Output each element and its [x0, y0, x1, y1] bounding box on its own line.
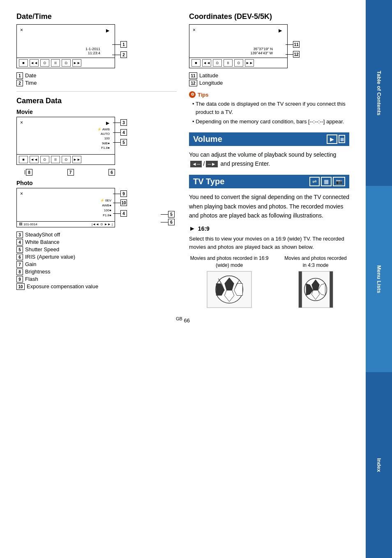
photo-close-x: × [20, 191, 23, 197]
soccer-ball-wide [207, 271, 252, 308]
label-9: 9 [120, 190, 127, 197]
volume-grid-icon: ▦ [339, 135, 345, 143]
label-longitude: 12 Longitude [189, 80, 349, 86]
label-latitude: 11 Latitude [189, 72, 349, 79]
tips-content: • The data code is displayed on the TV s… [189, 100, 349, 126]
photo-subtitle: Photo [16, 180, 177, 186]
volume-title: Volume [193, 134, 222, 144]
label-6b: 6 [168, 219, 175, 225]
label-1: 1 [120, 41, 127, 48]
label-4b: 4 [120, 210, 127, 217]
main-content: Date/Time × ► 1-1-2011 11:23:4 [0, 0, 366, 558]
photo-bottom-bar: 🖼 101-0014 |◄◄ ⊙ ►► | [17, 221, 115, 227]
tips-box: ⚙ Tips • The data code is displayed on t… [189, 91, 349, 126]
volume-play-icon: ▶ [327, 134, 337, 144]
sidebar-toc[interactable]: Table of Contents [366, 0, 392, 186]
label-time: 2 Time [16, 80, 177, 86]
label-brightness: 8 Brightness [16, 269, 177, 275]
label-11: 11 [293, 41, 300, 48]
tip-item-2: • Depending on the memory card condition… [192, 118, 349, 126]
label-shutter: 5 Shutter Speed [16, 246, 177, 253]
ratio-169-desc: Select this to view your movies on a 16:… [189, 235, 349, 251]
tv-type-header: TV Type ⇌ ▦ 📷 [189, 175, 349, 188]
left-column: Date/Time × ► 1-1-2011 11:23:4 [16, 12, 177, 308]
tv-type-icon1: ⇌ [309, 177, 320, 186]
datetime-value: 1-1-2011 11:23:4 [85, 47, 100, 55]
coords-screen-controls: ■ ◄◄ ⊙ II ⊙ ►► [189, 58, 287, 68]
pause-btn: II [51, 59, 60, 67]
ratio-example-43-label: Movies and photos recorded in 4:3 mode [282, 255, 349, 269]
label-12: 12 [293, 51, 300, 58]
ratio-example-169: Movies and photos recorded in 16:9 (wide… [189, 255, 270, 308]
date-time-screen: × ► 1-1-2011 11:23:4 1 [16, 24, 162, 68]
movie-play-arrow: ► [105, 120, 111, 126]
label-4: 4 [120, 129, 127, 136]
svg-rect-9 [299, 271, 302, 308]
ratio-examples: Movies and photos recorded in 16:9 (wide… [189, 255, 349, 308]
rew-btn: ◄◄ [30, 59, 39, 67]
coords-play-arrow: ► [277, 27, 283, 34]
photo-data-overlay: ⚡ 0EV AWB● 100● F1.8● [100, 198, 111, 218]
label-2: 2 [120, 51, 127, 58]
label-steadyshot: 3 SteadyShot off [16, 232, 177, 238]
label-exposure: 10 Exposure compensation value [16, 283, 177, 290]
label-date: 1 Date [16, 72, 177, 79]
camera-labels: 3 SteadyShot off 4 White Balance 5 Shutt… [16, 232, 177, 290]
tv-type-section: TV Type ⇌ ▦ 📷 You need to convert the si… [189, 175, 349, 308]
label-5: 5 [120, 139, 127, 146]
page-number: GB 66 [16, 316, 349, 324]
movie-data-overlay: ⚡ AWB AUTO 100 9dB● F1.8● [97, 127, 110, 150]
volume-section: Volume ▶ ▦ You can adjust the volume of … [189, 132, 349, 169]
movie-close-x: × [20, 120, 23, 125]
label-wb: 4 White Balance [16, 239, 177, 245]
tv-type-icon3: 📷 [333, 177, 345, 186]
coords-values: 35°37'19" N 139°44'43" W [250, 47, 273, 55]
tv-type-body: You need to convert the signal depending… [189, 192, 349, 220]
tips-title: ⚙ Tips [189, 91, 349, 98]
tips-gear-icon: ⚙ [189, 91, 196, 98]
label-flash: 9 Flash [16, 276, 177, 282]
date-time-labels: 1 Date 2 Time [16, 72, 177, 86]
tip-item-1: • The data code is displayed on the TV s… [192, 100, 349, 116]
sidebar-index[interactable]: Index [366, 372, 392, 558]
play-arrow-icon: ► [105, 27, 111, 34]
menu-btn: ⊙ [62, 59, 71, 67]
coordinates-title: Coordinates (DEV-5/5K) [189, 12, 349, 21]
display-btn: ⊙ [40, 59, 49, 67]
camera-data-title: Camera Data [16, 97, 177, 105]
tv-type-title: TV Type [193, 177, 224, 186]
volume-header: Volume ▶ ▦ [189, 132, 349, 146]
label-iris: 6 IRIS (Aperture value) [16, 254, 177, 260]
ff-btn: ►► [72, 59, 81, 67]
svg-rect-10 [330, 271, 333, 308]
close-x-icon: × [20, 27, 23, 33]
ratio-example-169-label: Movies and photos recorded in 16:9 (wide… [189, 255, 270, 269]
vol-up-icon: ─► [206, 161, 217, 167]
ratio-example-43: Movies and photos recorded in 4:3 mode [282, 255, 349, 308]
right-column: Coordinates (DEV-5/5K) × ► 35°37'19" N 1… [189, 12, 349, 308]
sidebar: Table of Contents Menu Lists Index [366, 0, 392, 558]
ratio-169-title: ► 16:9 [189, 225, 349, 232]
date-time-title: Date/Time [16, 12, 177, 21]
tv-type-icons: ⇌ ▦ 📷 [309, 177, 345, 186]
volume-body: You can adjust the volume of playback so… [189, 150, 349, 169]
stop-btn: ■ [19, 59, 28, 67]
label-10: 10 [120, 199, 127, 206]
movie-subtitle: Movie [16, 109, 177, 115]
coords-labels: 11 Latitude 12 Longitude [189, 72, 349, 86]
label-gain: 7 Gain [16, 261, 177, 268]
sidebar-menu[interactable]: Menu Lists [366, 186, 392, 372]
screen-controls: ■ ◄◄ ⊙ II ⊙ ►► [17, 58, 115, 68]
volume-icons: ▶ ▦ [327, 134, 345, 144]
label-3: 3 [120, 119, 127, 126]
soccer-ball-narrow [298, 271, 333, 308]
label-5b: 5 [168, 211, 175, 218]
vol-down-icon: ◄─ [190, 161, 202, 167]
bottom-labels-876: 8 7 6 [16, 169, 115, 176]
tv-type-icon2: ▦ [321, 177, 332, 186]
movie-screen-controls: ■ ◄◄ ⊙ II ⊙ ►► [17, 154, 115, 164]
coords-close-x: × [193, 27, 196, 33]
ratio-169-section: ► 16:9 Select this to view your movies o… [189, 225, 349, 308]
